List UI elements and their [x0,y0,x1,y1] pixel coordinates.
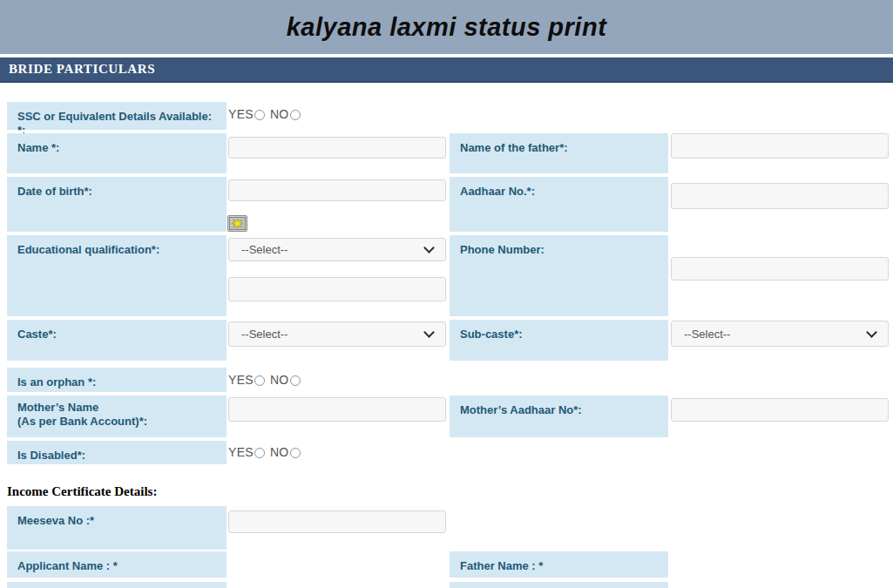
mother-name-label: Mother’s Name (As per Bank Account)*: [7,395,227,437]
orphan-no-label: NO [270,373,289,387]
education-select-value: --Select-- [241,243,288,256]
phone-input[interactable] [671,257,889,280]
aadhaar-input[interactable] [671,183,889,209]
dob-label: Date of birth*: [7,177,227,232]
bride-particulars-header: BRIDE PARTICULARS [0,57,893,83]
income-certificate-heading: Income Certificate Details: [7,484,157,499]
ssc-available-label: SSC or Equivalent Details Available: *: [7,102,227,130]
caste-label: Caste*: [7,320,227,361]
meeseva-label: Meeseva No :* [7,506,227,550]
father-name-input[interactable] [671,133,889,159]
name-label: Name *: [7,133,227,173]
page-title-banner: kalyana laxmi status print [0,0,893,54]
orphan-radio-group: YES NO [228,373,301,387]
disabled-label: Is Disabled*: [7,441,227,464]
disabled-radio-group: YES NO [228,445,301,459]
father-name-label: Name of the father*: [450,133,668,173]
calendar-icon[interactable] [227,215,247,232]
aadhaar-label: Aadhaar No.*: [450,177,668,232]
dob-input[interactable] [228,179,446,201]
mother-name-label-line1: Mother’s Name [17,401,218,415]
calendar-star-icon [229,217,246,230]
ssc-yes-label: YES [228,107,254,121]
mother-aadhaar-label: Mother’s Aadhaar No*: [450,395,668,437]
disabled-no-label: NO [270,445,289,459]
section-title: BRIDE PARTICULARS [9,62,155,77]
caste-select-value: --Select-- [241,328,288,341]
mother-name-input[interactable] [228,397,446,422]
disabled-no-radio[interactable] [290,448,301,458]
mother-aadhaar-input[interactable] [671,398,889,422]
kalyana-laxmi-status-page: kalyana laxmi status print BRIDE PARTICU… [0,0,893,588]
disabled-yes-label: YES [228,445,254,459]
subcaste-label: Sub-caste*: [450,320,668,361]
education-select[interactable]: --Select-- [228,238,446,261]
education-label: Educational qualification*: [7,235,227,316]
orphan-yes-label: YES [228,373,254,387]
ssc-no-radio[interactable] [290,110,301,120]
father-name2-label: Father Name : * [450,551,668,578]
page-title: kalyana laxmi status print [287,13,607,42]
ssc-no-label: NO [270,107,289,121]
chevron-down-icon [423,327,435,338]
orphan-label: Is an orphan *: [7,368,227,392]
applicant-name-label: Applicant Name : * [7,551,227,578]
partial-row-strip [450,582,668,588]
name-input[interactable] [228,137,446,159]
phone-label: Phone Number: [450,235,668,316]
subcaste-select[interactable]: --Select-- [671,321,889,347]
orphan-no-radio[interactable] [290,375,301,386]
partial-row-strip [7,582,227,588]
education-extra-input[interactable] [228,277,446,301]
ssc-available-radio-group: YES NO [228,107,301,121]
caste-select[interactable]: --Select-- [228,321,446,347]
orphan-yes-radio[interactable] [254,375,265,386]
ssc-yes-radio[interactable] [254,110,265,120]
mother-name-label-line2: (As per Bank Account)*: [17,415,218,429]
subcaste-select-value: --Select-- [684,328,730,341]
meeseva-input[interactable] [228,510,446,533]
chevron-down-icon [866,327,877,338]
disabled-yes-radio[interactable] [254,448,265,458]
chevron-down-icon [423,242,435,253]
